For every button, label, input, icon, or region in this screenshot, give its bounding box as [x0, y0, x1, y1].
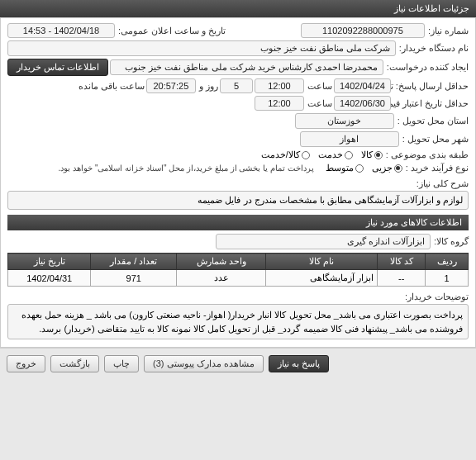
radio-low-label: جزیی — [372, 163, 393, 173]
footer-buttons: پاسخ به نیاز مشاهده مدارک پیوستی (3) چاپ… — [0, 348, 476, 379]
attachments-button[interactable]: مشاهده مدارک پیوستی (3) — [144, 355, 264, 372]
need-no-value: 1102092288000975 — [301, 23, 425, 38]
table-header-row: ردیف کد کالا نام کالا واحد شمارش تعداد /… — [8, 254, 469, 270]
city-label: شهر محل تحویل : — [402, 134, 469, 145]
radio-goods-service[interactable] — [302, 151, 310, 159]
radio-service[interactable] — [345, 151, 353, 159]
province-value: خوزستان — [295, 113, 394, 129]
exit-button[interactable]: خروج — [7, 355, 45, 372]
process-radio-group: جزیی متوسط — [326, 163, 402, 173]
radio-goods[interactable] — [374, 151, 383, 159]
panel-header: جزئیات اطلاعات نیاز — [0, 0, 476, 17]
resp-deadline-label: حداقل ارسال پاسخ: تا تاریخ: — [394, 81, 469, 92]
radio-service-label: خدمت — [318, 149, 343, 160]
proc-label: نوع فرآیند خرید : — [406, 163, 469, 173]
time-label-2: ساعت — [307, 98, 332, 109]
group-value: ابزارآلات اندازه گیری — [216, 234, 431, 249]
buyer-notes-value: پرداخت بصورت اعتباری می باشد_ محل تحویل … — [7, 304, 469, 339]
contact-buyer-button[interactable]: اطلاعات تماس خریدار — [7, 59, 108, 76]
category-radio-group: کالا خدمت کالا/خدمت — [261, 149, 383, 160]
panel-title: جزئیات اطلاعات نیاز — [394, 3, 469, 13]
cell-name: ابزار آزمایشگاهی — [266, 270, 378, 287]
cell-code: -- — [378, 270, 426, 287]
radio-goods-label: کالا — [361, 149, 373, 160]
radio-mid[interactable] — [355, 164, 364, 173]
radio-goods-service-label: کالا/خدمت — [261, 149, 300, 160]
days-value: 5 — [220, 78, 253, 93]
resp-time-value: 12:00 — [255, 78, 304, 93]
creator-label: ایجاد کننده درخواست: — [387, 62, 469, 73]
items-section-title: اطلاعات کالاهای مورد نیاز — [7, 215, 469, 230]
radio-mid-label: متوسط — [326, 163, 354, 173]
buyer-notes-label: توضیحات خریدار: — [405, 292, 469, 302]
cell-unit: عدد — [177, 270, 266, 287]
proc-note: پرداخت تمام یا بخشی از مبلغ خرید،از محل … — [59, 164, 314, 173]
th-code: کد کالا — [378, 254, 426, 270]
ann-date-label: تاریخ و ساعت اعلان عمومی: — [118, 26, 226, 36]
th-name: نام کالا — [266, 254, 378, 270]
buyer-value: شرکت ملی مناطق نفت خیز جنوب — [7, 40, 396, 56]
valid-date-value: 1402/06/30 — [334, 96, 391, 111]
need-no-label: شماره نیاز: — [428, 26, 469, 36]
cat-label: طبقه بندی موضوعی : — [386, 149, 469, 160]
th-date: تاریخ نیاز — [8, 254, 91, 270]
time-label-1: ساعت — [307, 81, 332, 92]
valid-time-value: 12:00 — [255, 96, 304, 111]
desc-value: لوازم و ابزارآلات آزمایشگاهی مطابق با مش… — [7, 191, 469, 210]
ann-date-value: 1402/04/18 - 14:53 — [7, 23, 115, 38]
creator-value: محمدرضا احمدی کارشناس خرید شرکت ملی مناط… — [110, 59, 383, 75]
remain-time-value: 20:57:25 — [146, 78, 196, 93]
th-unit: واحد شمارش — [177, 254, 266, 270]
group-label: گروه کالا: — [434, 236, 469, 247]
remain-label: ساعت باقی مانده — [79, 81, 145, 92]
th-idx: ردیف — [426, 254, 469, 270]
cell-idx: 1 — [426, 270, 469, 287]
province-label: استان محل تحویل : — [397, 116, 469, 126]
items-table: ردیف کد کالا نام کالا واحد شمارش تعداد /… — [7, 253, 469, 287]
back-button[interactable]: بازگشت — [50, 355, 99, 372]
cell-qty: 971 — [91, 270, 177, 287]
day-and-label: روز و — [199, 81, 218, 92]
print-button[interactable]: چاپ — [104, 355, 139, 372]
th-qty: تعداد / مقدار — [91, 254, 177, 270]
city-value: اهواز — [300, 131, 399, 147]
panel-body: شماره نیاز: 1102092288000975 تاریخ و ساع… — [0, 17, 476, 348]
buyer-label: نام دستگاه خریدار: — [399, 43, 469, 54]
valid-label: حداقل تاریخ اعتبار قیمت: تا تاریخ: — [394, 98, 469, 109]
respond-button[interactable]: پاسخ به نیاز — [269, 355, 329, 372]
table-row[interactable]: 1 -- ابزار آزمایشگاهی عدد 971 1402/04/31 — [8, 270, 469, 287]
cell-date: 1402/04/31 — [8, 270, 91, 287]
desc-label: شرح کلی نیاز: — [416, 178, 469, 189]
radio-low[interactable] — [394, 164, 402, 173]
resp-date-value: 1402/04/24 — [334, 78, 391, 93]
